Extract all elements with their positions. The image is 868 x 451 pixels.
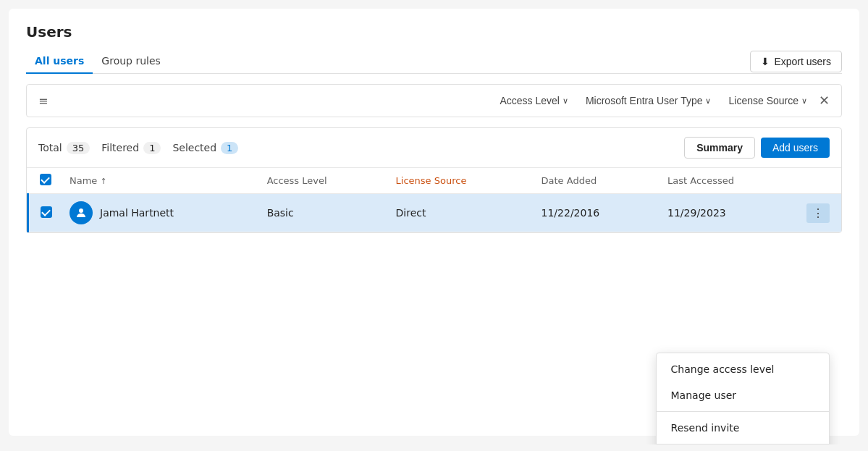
row-last-accessed-cell: 11/29/2023 <box>656 194 795 232</box>
selected-count: Selected 1 <box>172 142 238 154</box>
entra-user-type-dropdown[interactable]: Microsoft Entra User Type ∨ <box>580 92 717 109</box>
page-title: Users <box>26 23 842 41</box>
select-all-checkbox[interactable] <box>40 174 51 185</box>
svg-point-0 <box>79 208 83 213</box>
col-date-added: Date Added <box>530 168 656 194</box>
avatar <box>69 201 93 224</box>
col-license-source: License Source <box>384 168 530 194</box>
access-level-dropdown[interactable]: Access Level ∨ <box>494 92 573 109</box>
context-menu: Change access level Manage user Resend i… <box>656 353 830 444</box>
chevron-down-icon: ∨ <box>562 96 568 106</box>
row-actions-button[interactable]: ⋮ <box>806 203 830 223</box>
col-access-level: Access Level <box>256 168 384 194</box>
menu-item-manage-user[interactable]: Manage user <box>657 382 829 408</box>
toolbar-left: Total 35 Filtered 1 Selected 1 <box>38 142 684 154</box>
row-name-cell: Jamal Hartnett <box>58 194 256 232</box>
menu-item-resend-invite[interactable]: Resend invite <box>657 415 829 441</box>
tab-group-rules[interactable]: Group rules <box>93 49 169 74</box>
chevron-down-icon: ∨ <box>705 96 711 106</box>
filter-bar: ≡ Access Level ∨ Microsoft Entra User Ty… <box>26 84 842 117</box>
row-checkbox[interactable] <box>41 206 52 218</box>
table-row: Jamal Hartnett Basic Direct 11/22/2016 1… <box>28 194 842 232</box>
row-checkbox-cell <box>28 194 59 232</box>
filter-icon[interactable]: ≡ <box>38 94 48 108</box>
page-container: Users All users Group rules ⬇ Export use… <box>9 9 859 436</box>
toolbar-right: Summary Add users <box>684 137 830 159</box>
row-date-added-cell: 11/22/2016 <box>530 194 656 232</box>
col-last-accessed: Last Accessed <box>656 168 795 194</box>
tabs: All users Group rules <box>26 49 169 73</box>
chevron-down-icon: ∨ <box>801 96 807 106</box>
menu-divider-1 <box>657 411 829 412</box>
tab-all-users[interactable]: All users <box>26 49 93 74</box>
menu-divider-2 <box>657 444 829 444</box>
row-access-level-cell: Basic <box>256 194 384 232</box>
clear-filters-button[interactable]: ✕ <box>819 93 830 109</box>
row-license-source-cell: Direct <box>384 194 530 232</box>
total-count: Total 35 <box>38 142 90 154</box>
menu-item-change-access-level[interactable]: Change access level <box>657 356 829 382</box>
three-dot-icon: ⋮ <box>812 206 824 220</box>
col-name: Name ↑ <box>58 168 256 194</box>
sort-icon: ↑ <box>101 177 107 186</box>
table-header-row: Name ↑ Access Level License Source Date … <box>28 168 842 194</box>
select-all-cell <box>28 168 59 194</box>
table-section: Total 35 Filtered 1 Selected 1 Summary A… <box>26 127 842 233</box>
col-actions <box>795 168 841 194</box>
table-toolbar: Total 35 Filtered 1 Selected 1 Summary A… <box>27 128 841 168</box>
filtered-count: Filtered 1 <box>101 142 161 154</box>
row-actions-cell: ⋮ <box>795 194 841 232</box>
export-users-button[interactable]: ⬇ Export users <box>750 51 842 72</box>
license-source-dropdown[interactable]: License Source ∨ <box>722 92 813 109</box>
user-cell: Jamal Hartnett <box>69 201 244 224</box>
filter-dropdowns: Access Level ∨ Microsoft Entra User Type… <box>494 92 830 109</box>
add-users-button[interactable]: Add users <box>761 138 830 158</box>
users-table: Name ↑ Access Level License Source Date … <box>27 168 841 232</box>
summary-button[interactable]: Summary <box>684 137 755 159</box>
tabs-row: All users Group rules ⬇ Export users <box>26 49 842 74</box>
download-icon: ⬇ <box>761 56 770 67</box>
